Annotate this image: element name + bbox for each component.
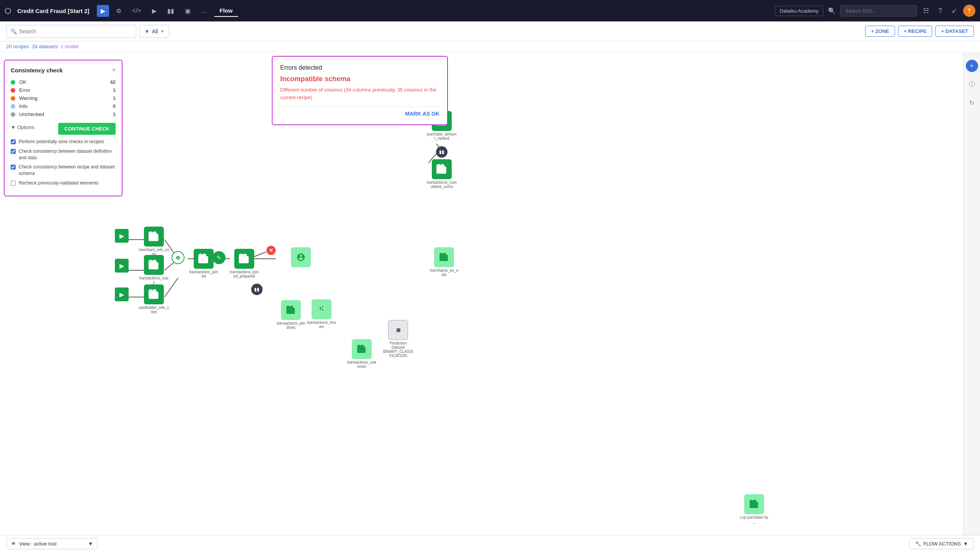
arrow-icon-3: ▶ — [115, 287, 129, 301]
transactions-joined-prepared-label: transactions_joined_prepared — [229, 270, 260, 278]
transactions-joined-prepared-node[interactable]: transactions_joined_prepared — [229, 249, 260, 278]
cardholder-info-copy-node[interactable]: cardholder_info_copy — [139, 284, 169, 314]
check-warning-row: Warning 1 — [11, 94, 116, 102]
wrench-icon: 🔧 — [915, 541, 921, 547]
flow-arrow-node-2[interactable]: ▶ — [115, 259, 129, 273]
dataset-consistency-checkbox[interactable] — [11, 149, 16, 154]
check-info-row: Info 0 — [11, 102, 116, 110]
prepare-recipe-box: ✎ — [212, 251, 225, 264]
transactions-copy-node[interactable]: transactions_copy — [139, 255, 169, 284]
sidebar-plus-btn[interactable]: + — [966, 60, 978, 72]
errors-schema-title: Incompatible schema — [280, 75, 439, 83]
transactions-joined-label: transactions_joined — [188, 270, 219, 278]
add-recipe-btn[interactable]: + RECIPE — [898, 26, 933, 37]
slow-checks-label: Perform potentially slow checks in recip… — [19, 139, 104, 145]
pause-middle-box: ▮▮ — [251, 284, 263, 295]
flow-canvas[interactable]: ▶ ▶ ▶ merchant_info_copy ⊕ transactions_… — [0, 52, 980, 550]
prediction-model-node[interactable]: ▦ Prediction Dataset BINARY_CLASSIFICATI… — [383, 320, 413, 358]
datasets-link[interactable]: 24 datasets — [32, 44, 58, 49]
view-active-tool-btn[interactable]: 👁 View : active tool ▼ — [6, 538, 98, 549]
search-input[interactable] — [19, 28, 132, 34]
help-nav-btn[interactable]: ? — [935, 5, 945, 16]
lop-purchase-box — [744, 494, 764, 514]
options-toggle-btn[interactable]: ▼ Options — [11, 124, 34, 130]
model-link[interactable]: 1 model — [61, 44, 78, 49]
info-label: Info — [19, 103, 113, 109]
add-zone-btn[interactable]: + ZONE — [865, 26, 895, 37]
transactions-windows-label: transactions_windows — [276, 321, 306, 330]
flow-arrow-node-3[interactable]: ▶ — [115, 287, 129, 301]
more-nav-btn[interactable]: … — [198, 5, 211, 16]
user-avatar[interactable]: T — [963, 5, 975, 17]
unchecked-label: Unchecked — [19, 111, 113, 117]
info-count: 0 — [113, 103, 116, 109]
option-recheck-row: Recheck previously-validated elements — [11, 180, 116, 186]
errors-description: Different number of columns (34 columns … — [280, 86, 439, 101]
check-error-row: Error 1 — [11, 86, 116, 94]
merchants-eu-box — [434, 247, 454, 267]
notifications-nav-btn[interactable]: ➶ — [948, 5, 960, 16]
code-nav-btn[interactable]: </> — [128, 5, 145, 16]
flow-tab-btn[interactable]: Flow — [214, 5, 238, 17]
add-dataset-btn[interactable]: + DATASET — [935, 26, 974, 37]
ok-dot — [11, 80, 15, 85]
filter-btn[interactable]: ▼ All ▼ — [139, 25, 169, 38]
merchants-eu-node[interactable]: merchants_eu_eals — [429, 247, 459, 277]
error-marker-node: ✕ — [266, 245, 276, 256]
prepare-recipe-node[interactable]: ✎ — [212, 251, 225, 264]
stat-row: 20 recipes 24 datasets 1 model — [0, 41, 980, 52]
flow-arrow-node-1[interactable]: ▶ — [115, 229, 129, 243]
info-dot — [11, 104, 15, 109]
transactions-cumulative-sums-node[interactable]: ▮▮ transactions_cumulative_sums — [426, 146, 457, 189]
lop-purchase-node[interactable]: Lop purchase by _ — [739, 494, 769, 524]
consistency-close-btn[interactable]: × — [112, 67, 116, 73]
unchecked-count: 1 — [113, 111, 116, 117]
right-sidebar: + ⓘ ↻ — [963, 52, 980, 550]
transactions-unknown-node[interactable]: transactions_unknown — [346, 339, 377, 369]
panel-header: Consistency check × — [11, 67, 116, 73]
transactions-copy-label: transactions_copy — [139, 276, 169, 284]
flow-nav-btn[interactable]: ▶ — [97, 5, 109, 17]
academy-btn[interactable]: Dataiku Academy — [775, 6, 823, 16]
recipe-schema-checkbox[interactable] — [11, 165, 16, 170]
filter-label: All — [152, 28, 158, 34]
merchants-eu-label: merchants_eu_eals — [429, 268, 459, 277]
sidebar-info-btn[interactable]: ⓘ — [966, 78, 978, 90]
nav-search-input[interactable] — [840, 5, 917, 16]
pause-middle-node[interactable]: ▮▮ — [251, 284, 263, 295]
error-label: Error — [19, 87, 113, 93]
slow-checks-checkbox[interactable] — [11, 139, 16, 144]
transactions-joined-box — [194, 249, 214, 269]
errors-divider — [280, 106, 439, 107]
filter-icon: ▼ — [144, 28, 150, 34]
flow-actions-btn[interactable]: 🔧 FLOW ACTIONS ▼ — [909, 538, 974, 549]
join-recipe-node[interactable]: ⊕ — [172, 251, 185, 264]
recipes-link[interactable]: 20 recipes — [6, 44, 29, 49]
recheck-label: Recheck previously-validated elements — [19, 180, 98, 186]
deploy-nav-btn[interactable]: ▮▮ — [163, 5, 178, 17]
prediction-model-label: Prediction Dataset BINARY_CLASSIFICATION — [383, 341, 413, 358]
notebook-nav-btn[interactable]: ▣ — [181, 5, 194, 17]
recheck-checkbox[interactable] — [11, 181, 16, 186]
arrow-icon-2: ▶ — [115, 259, 129, 273]
share-node[interactable]: ⑆ — [314, 301, 329, 316]
continue-check-btn[interactable]: CONTINUE CHECK — [58, 123, 116, 135]
settings-nav-btn[interactable]: ⚙ — [112, 5, 125, 17]
transactions-windows-node[interactable]: transactions_windows — [276, 300, 306, 330]
merchant-info-copy-node[interactable]: merchant_info_copy — [139, 227, 169, 256]
play-nav-btn[interactable]: ▶ — [148, 5, 160, 17]
app-logo: ⬡ — [5, 6, 11, 15]
right-node-1[interactable] — [291, 247, 311, 267]
unchecked-dot — [11, 112, 15, 117]
filter-chevron-icon: ▼ — [160, 29, 164, 34]
grid-nav-btn[interactable]: ☵ — [920, 5, 932, 16]
error-dot — [11, 88, 15, 93]
warning-label: Warning — [19, 95, 113, 101]
sidebar-sync-btn[interactable]: ↻ — [966, 96, 978, 109]
mark-as-ok-btn[interactable]: MARK AS OK — [405, 111, 439, 117]
chevron-down-view-icon: ▼ — [88, 541, 93, 547]
flow-actions-label: FLOW ACTIONS — [923, 541, 961, 547]
option-recipe-schema-row: Check consistency between recipe and dat… — [11, 164, 116, 177]
join-icon: ⊕ — [176, 255, 180, 261]
arrow-icon-1: ▶ — [115, 229, 129, 243]
